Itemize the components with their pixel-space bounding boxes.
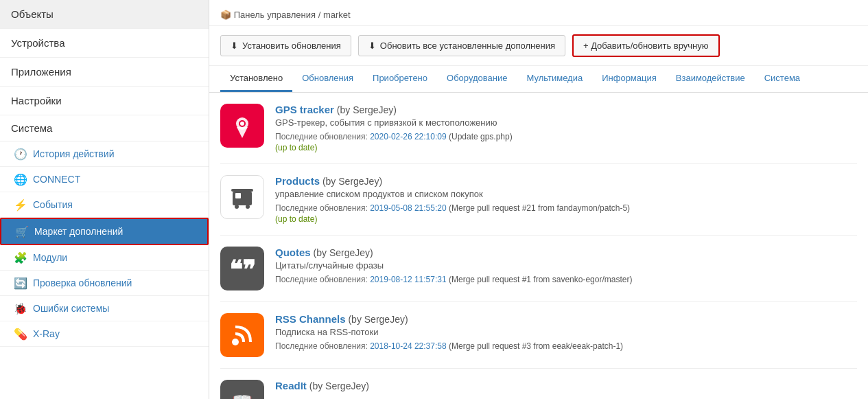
update-all-icon: ⬇ <box>368 41 376 51</box>
plugin-update-time: 2020-02-26 22:10:09 <box>370 132 446 141</box>
plugin-update: Последние обновления: 2020-02-26 22:10:0… <box>275 132 857 141</box>
plugin-update: Последние обновления: 2019-05-08 21:55:2… <box>275 203 857 213</box>
plugin-icon-products <box>220 175 264 219</box>
plugin-name[interactable]: Products <box>275 175 320 187</box>
plugin-desc: GPS-трекер, события с привязкой к местоп… <box>275 117 857 128</box>
plugin-name[interactable]: RSS Channels <box>275 313 346 325</box>
plugin-info-rss: RSS Channels (by SergeJey) Подписка на R… <box>275 313 857 351</box>
plugin-author: (by SergeJey) <box>348 314 408 325</box>
sidebar-item-objects[interactable]: Объекты <box>0 0 209 29</box>
svg-marker-2 <box>237 127 248 138</box>
sidebar-item-events[interactable]: ⚡ События <box>0 192 209 218</box>
svg-point-9 <box>232 339 239 345</box>
connect-icon: 🌐 <box>14 172 27 186</box>
list-item: 📖 ReadIt (by SergeJey) <box>220 369 857 399</box>
list-item: GPS tracker (by SergеJey) GPS-трекер, со… <box>220 93 857 164</box>
list-item: RSS Channels (by SergeJey) Подписка на R… <box>220 302 857 369</box>
plugin-author: (by SergеJey) <box>337 104 397 115</box>
svg-point-6 <box>235 205 239 209</box>
plugin-author: (by SergеJey) <box>322 176 382 187</box>
tab-system[interactable]: Система <box>755 66 810 92</box>
history-icon: 🕐 <box>14 147 27 161</box>
plugin-update-time: 2019-08-12 11:57:31 <box>370 275 446 284</box>
sidebar: Объекты Устройства Приложения Настройки … <box>0 0 209 399</box>
list-item: ❝❞ Quotes (by SergeJey) Цитаты/случайные… <box>220 236 857 302</box>
svg-rect-4 <box>231 189 253 192</box>
plugin-info-gps: GPS tracker (by SergеJey) GPS-трекер, со… <box>275 104 857 152</box>
sidebar-item-devices[interactable]: Устройства <box>0 29 209 58</box>
plugin-desc: Подписка на RSS-потоки <box>275 327 857 337</box>
plugin-author: (by SergeJey) <box>309 380 369 391</box>
plugin-desc: управление списком продуктов и списком п… <box>275 189 857 199</box>
plugin-icon-readit: 📖 <box>220 380 264 399</box>
xray-icon: 💊 <box>14 327 27 341</box>
list-item: Products (by SergеJey) управление списко… <box>220 164 857 236</box>
plugin-update-msg: (Merge pull request #21 from fandaymon/p… <box>449 203 630 213</box>
sidebar-item-connect[interactable]: 🌐 CONNECT <box>0 167 209 192</box>
sidebar-item-history[interactable]: 🕐 История действий <box>0 141 209 167</box>
plugin-status: (up to date) <box>275 143 857 152</box>
download-icon: ⬇ <box>231 41 238 51</box>
install-updates-button[interactable]: ⬇ Установить обновления <box>220 35 351 56</box>
errors-icon: 🐞 <box>14 301 27 315</box>
tab-installed[interactable]: Установлено <box>220 66 292 92</box>
plugin-author: (by SergeJey) <box>314 247 373 258</box>
plugin-update-time: 2018-10-24 22:37:58 <box>370 341 446 351</box>
tab-updates[interactable]: Обновления <box>292 66 363 92</box>
sidebar-item-market[interactable]: 🛒 Маркет дополнений <box>0 218 209 245</box>
main-content: 📦 Панель управления / market ⬇ Установит… <box>209 0 868 399</box>
plugin-list: GPS tracker (by SergеJey) GPS-трекер, со… <box>209 93 868 399</box>
breadcrumb: 📦 Панель управления / market <box>209 0 868 26</box>
tab-interaction[interactable]: Взаимодействие <box>666 66 755 92</box>
market-icon: 🛒 <box>15 225 29 238</box>
sidebar-section-system: Система <box>0 115 209 141</box>
plugin-name[interactable]: Quotes <box>275 247 311 258</box>
breadcrumb-icon: 📦 <box>220 10 231 20</box>
plugin-update-msg: (Merge pull request #1 from savenko-egor… <box>449 275 632 284</box>
tab-purchased[interactable]: Приобретено <box>363 66 437 92</box>
svg-point-7 <box>246 205 250 209</box>
plugin-name[interactable]: GPS tracker <box>275 104 334 115</box>
plugin-icon-gps <box>220 104 264 148</box>
sidebar-item-updates[interactable]: 🔄 Проверка обновлений <box>0 271 209 296</box>
plugin-name[interactable]: ReadIt <box>275 380 307 391</box>
plugin-update-time: 2019-05-08 21:55:20 <box>370 203 446 213</box>
toolbar: ⬇ Установить обновления ⬇ Обновить все у… <box>209 26 868 66</box>
breadcrumb-panel-link[interactable]: Панель управления <box>234 10 316 20</box>
plugin-update: Последние обновления: 2019-08-12 11:57:3… <box>275 275 857 284</box>
tab-multimedia[interactable]: Мультимедиа <box>517 66 592 92</box>
sidebar-item-apps[interactable]: Приложения <box>0 58 209 87</box>
add-manual-button[interactable]: + Добавить/обновить вручную <box>572 34 720 57</box>
plugin-status: (up to date) <box>275 214 857 224</box>
tab-equipment[interactable]: Оборудование <box>437 66 517 92</box>
plugin-icon-rss <box>220 313 264 357</box>
plugin-update: Последние обновления: 2018-10-24 22:37:5… <box>275 341 857 351</box>
svg-rect-8 <box>235 193 241 198</box>
tabs-bar: Установлено Обновления Приобретено Обору… <box>209 66 868 93</box>
sidebar-item-settings[interactable]: Настройки <box>0 87 209 115</box>
events-icon: ⚡ <box>14 198 27 212</box>
plugin-info-quotes: Quotes (by SergeJey) Цитаты/случайные фр… <box>275 247 857 284</box>
plugin-update-msg: (Update gps.php) <box>449 132 513 141</box>
svg-point-3 <box>240 122 244 126</box>
plugin-icon-quotes: ❝❞ <box>220 247 264 290</box>
updates-icon: 🔄 <box>14 276 27 290</box>
plugin-update-msg: (Merge pull request #3 from eeak/eeak-pa… <box>449 341 623 351</box>
sidebar-item-errors[interactable]: 🐞 Ошибки системы <box>0 296 209 321</box>
tab-info[interactable]: Информация <box>592 66 666 92</box>
modules-icon: 🧩 <box>14 251 27 264</box>
plugin-desc: Цитаты/случайные фразы <box>275 260 857 271</box>
plugin-info-readit: ReadIt (by SergeJey) <box>275 380 857 394</box>
sidebar-item-xray[interactable]: 💊 X-Ray <box>0 321 209 347</box>
sidebar-item-modules[interactable]: 🧩 Модули <box>0 245 209 271</box>
plugin-info-products: Products (by SergеJey) управление списко… <box>275 175 857 224</box>
update-all-button[interactable]: ⬇ Обновить все установленные дополнения <box>358 35 565 56</box>
